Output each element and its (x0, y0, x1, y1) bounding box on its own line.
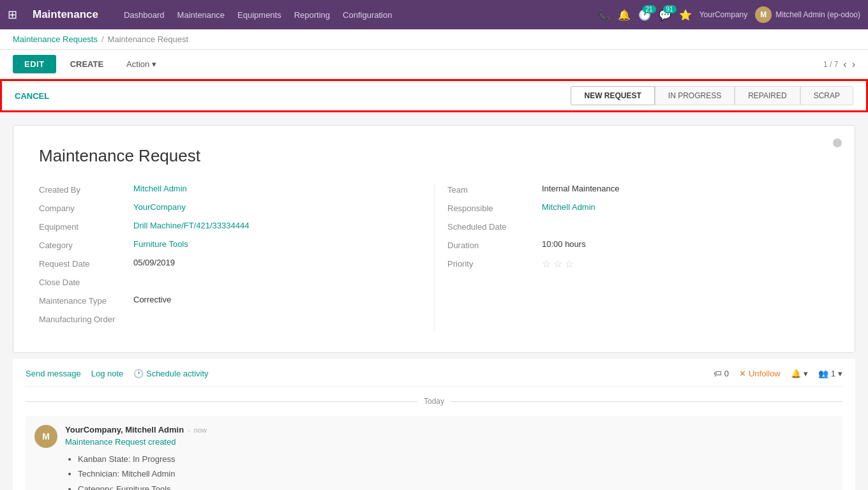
message-time: - (188, 426, 190, 434)
value-responsible[interactable]: Mitchell Admin (542, 202, 595, 212)
create-button[interactable]: CREATE (61, 55, 112, 73)
user-avatar: M (755, 6, 772, 23)
action-dropdown-button[interactable]: Action ▾ (117, 55, 165, 73)
app-title: Maintenance (33, 8, 98, 21)
message-body: YourCompany, Mitchell Admin - now Mainte… (65, 425, 834, 490)
record-navigation: 1 / 7 ‹ › (823, 59, 855, 70)
field-close-date: Close Date (39, 276, 408, 287)
schedule-activity-button[interactable]: 🕐 Schedule activity (133, 369, 208, 378)
tags-count[interactable]: 🏷 0 (714, 369, 729, 378)
message-avatar: M (34, 425, 57, 448)
status-bar: CANCEL NEW REQUEST IN PROGRESS REPAIRED … (0, 79, 868, 112)
label-maintenance-type: Maintenance Type (39, 295, 128, 306)
action-label: Action (126, 59, 149, 69)
nav-equipments[interactable]: Equipments (237, 10, 281, 20)
label-scheduled-date: Scheduled Date (447, 221, 537, 232)
action-bar: EDIT CREATE Action ▾ 1 / 7 ‹ › (0, 50, 868, 79)
page-info: 1 / 7 (823, 60, 838, 69)
chat-badge: 91 (663, 5, 677, 13)
phone-icon[interactable]: 📞 (597, 9, 610, 21)
label-equipment: Equipment (39, 221, 128, 232)
clock-small-icon: 🕐 (133, 369, 144, 378)
bell-dropdown[interactable]: 🔔 ▾ (791, 369, 808, 378)
message-header: YourCompany, Mitchell Admin - now (65, 425, 834, 434)
list-item: Category: Furniture Tools (78, 482, 834, 490)
value-equipment[interactable]: Drill Machine/FT/421/33334444 (133, 221, 249, 230)
followers-icon: 👥 (818, 369, 828, 378)
form-left-column: Created By Mitchell Admin Company YourCo… (39, 184, 434, 332)
status-new-request[interactable]: NEW REQUEST (571, 86, 654, 105)
status-indicator-dot (833, 138, 842, 147)
edit-button[interactable]: EDIT (13, 55, 56, 73)
tag-icon: 🏷 (714, 369, 722, 378)
unfollow-icon: ✕ (739, 369, 746, 378)
bell-chatter-icon: 🔔 (791, 369, 801, 378)
star-icon[interactable]: ⭐ (679, 9, 692, 21)
chevron-down-icon: ▾ (152, 59, 156, 69)
value-created-by[interactable]: Mitchell Admin (133, 184, 187, 193)
field-created-by: Created By Mitchell Admin (39, 184, 408, 195)
star-1[interactable]: ☆ (542, 258, 551, 270)
main-content: Maintenance Request Created By Mitchell … (0, 112, 868, 490)
grid-icon[interactable]: ⊞ (8, 8, 17, 22)
list-item: Technician: Mitchell Admin (78, 466, 834, 481)
message-time-value: now (194, 426, 207, 434)
breadcrumb-current: Maintenance Request (108, 34, 188, 44)
next-record-icon[interactable]: › (852, 59, 855, 70)
send-message-button[interactable]: Send message (26, 369, 81, 378)
label-created-by: Created By (39, 184, 128, 195)
status-in-progress[interactable]: IN PROGRESS (655, 86, 735, 105)
field-scheduled-date: Scheduled Date (447, 221, 829, 232)
value-company[interactable]: YourCompany (133, 202, 186, 212)
chat-icon[interactable]: 💬 91 (659, 9, 671, 21)
value-request-date: 05/09/2019 (133, 258, 175, 267)
label-priority: Priority (447, 258, 537, 269)
label-company: Company (39, 202, 128, 213)
company-selector[interactable]: YourCompany (700, 10, 748, 19)
label-manufacturing-order: Manufacturing Order (39, 313, 128, 324)
today-divider: Today (26, 397, 842, 406)
value-maintenance-type: Corrective (133, 295, 171, 304)
breadcrumb-parent[interactable]: Maintenance Requests (13, 34, 98, 44)
label-team: Team (447, 184, 537, 195)
cancel-button[interactable]: CANCEL (15, 91, 49, 101)
star-2[interactable]: ☆ (553, 258, 562, 270)
top-navigation: ⊞ Maintenance Dashboard Maintenance Equi… (0, 0, 868, 29)
form-card: Maintenance Request Created By Mitchell … (13, 125, 855, 353)
log-note-button[interactable]: Log note (91, 369, 124, 378)
label-close-date: Close Date (39, 276, 128, 287)
nav-configuration[interactable]: Configuration (343, 10, 392, 20)
field-maintenance-type: Maintenance Type Corrective (39, 295, 408, 306)
topnav-right: 📞 🔔 🕐 21 💬 91 ⭐ YourCompany M Mitchell A… (597, 6, 860, 23)
value-duration: 10:00 hours (542, 239, 586, 249)
bell-icon[interactable]: 🔔 (618, 9, 631, 21)
followers-count[interactable]: 👥 1 ▾ (818, 369, 842, 378)
breadcrumb: Maintenance Requests / Maintenance Reque… (0, 29, 868, 50)
chatter-actions: Send message Log note 🕐 Schedule activit… (26, 369, 842, 387)
form-grid: Created By Mitchell Admin Company YourCo… (39, 184, 829, 332)
field-duration: Duration 10:00 hours (447, 239, 829, 250)
field-priority: Priority ☆ ☆ ☆ (447, 258, 829, 270)
field-category: Category Furniture Tools (39, 239, 408, 250)
status-repaired[interactable]: REPAIRED (735, 86, 800, 105)
clock-icon[interactable]: 🕐 21 (638, 9, 651, 21)
nav-reporting[interactable]: Reporting (294, 10, 330, 20)
label-category: Category (39, 239, 128, 250)
priority-stars[interactable]: ☆ ☆ ☆ (542, 258, 574, 270)
label-duration: Duration (447, 239, 537, 250)
message-items: Kanban State: In Progress Technician: Mi… (65, 452, 834, 490)
status-scrap[interactable]: SCRAP (800, 86, 853, 105)
user-menu[interactable]: M Mitchell Admin (ep-odoo) (755, 6, 860, 23)
label-request-date: Request Date (39, 258, 128, 269)
nav-dashboard[interactable]: Dashboard (124, 10, 165, 20)
star-3[interactable]: ☆ (565, 258, 574, 270)
value-category[interactable]: Furniture Tools (133, 239, 188, 249)
nav-links: Dashboard Maintenance Equipments Reporti… (124, 10, 587, 20)
field-request-date: Request Date 05/09/2019 (39, 258, 408, 269)
message-created-text: Maintenance Request created (65, 437, 834, 447)
label-responsible: Responsible (447, 202, 537, 213)
unfollow-button[interactable]: ✕ Unfollow (739, 369, 781, 378)
field-responsible: Responsible Mitchell Admin (447, 202, 829, 213)
prev-record-icon[interactable]: ‹ (843, 59, 846, 70)
nav-maintenance[interactable]: Maintenance (177, 10, 225, 20)
